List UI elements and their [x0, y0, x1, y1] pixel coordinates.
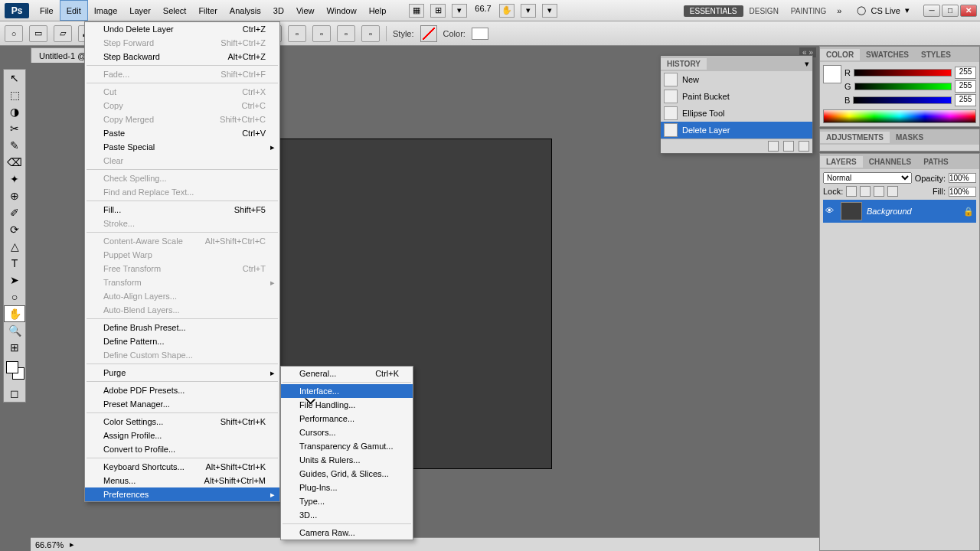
menuitem-assign-profile-[interactable]: Assign Profile... — [85, 429, 279, 442]
tool-preset-picker[interactable]: ○ — [5, 25, 23, 42]
arrange-icon[interactable]: ▾ — [521, 4, 536, 18]
tool-0[interactable]: ↖ — [4, 70, 25, 86]
menuitem-color-settings-[interactable]: Color Settings...Shift+Ctrl+K — [85, 415, 279, 429]
menuitem-define-pattern-[interactable]: Define Pattern... — [85, 334, 279, 348]
menuitem-paste[interactable]: PasteCtrl+V — [85, 126, 279, 140]
slider-b[interactable] — [853, 96, 952, 104]
tool-4[interactable]: ✎ — [4, 137, 25, 154]
pref-interface-[interactable]: Interface... — [281, 384, 413, 398]
tool-10[interactable]: △ — [4, 238, 25, 255]
history-item[interactable]: Paint Bucket — [661, 88, 812, 105]
lock-image-icon[interactable] — [860, 186, 871, 197]
tool-1[interactable]: ⬚ — [4, 86, 25, 103]
workspace-design[interactable]: DESIGN — [743, 5, 785, 17]
cslive-button[interactable]: CS Live — [871, 6, 900, 15]
screen-mode-icon[interactable]: ▾ — [542, 4, 557, 18]
tool-8[interactable]: ✐ — [4, 204, 25, 221]
layer-row[interactable]: 👁 Background 🔒 — [823, 200, 976, 223]
more-workspaces-icon[interactable]: » — [837, 6, 841, 15]
tool-3[interactable]: ✂ — [4, 120, 25, 137]
view-extras-icon[interactable]: ▾ — [452, 4, 467, 18]
maximize-button[interactable]: □ — [942, 5, 959, 17]
pref-transparency-gamut-[interactable]: Transparency & Gamut... — [281, 439, 413, 453]
paths-icon[interactable]: ▱ — [54, 25, 72, 42]
zoom-level[interactable]: 66.7 — [472, 4, 494, 18]
pref-file-handling-[interactable]: File Handling... — [281, 398, 413, 412]
tool-9[interactable]: ⟳ — [4, 221, 25, 238]
menuitem-convert-to-profile-[interactable]: Convert to Profile... — [85, 442, 279, 456]
tab-adjustments[interactable]: ADJUSTMENTS — [820, 132, 890, 143]
cslive-icon[interactable]: ◯ — [857, 5, 866, 15]
menu-filter[interactable]: Filter — [192, 0, 223, 21]
value-r[interactable]: 255 — [955, 67, 976, 79]
shape-layers-icon[interactable]: ▭ — [29, 25, 47, 42]
delete-state-icon[interactable] — [799, 141, 809, 152]
layer-name[interactable]: Background — [867, 207, 912, 216]
tab-history[interactable]: HISTORY — [661, 58, 707, 70]
tab-swatches[interactable]: SWATCHES — [860, 49, 915, 60]
pref-camera-raw-[interactable]: Camera Raw... — [281, 526, 413, 540]
menuitem-define-brush-preset-[interactable]: Define Brush Preset... — [85, 321, 279, 334]
workspace-painting[interactable]: PAINTING — [785, 5, 832, 17]
menu-3d[interactable]: 3D — [267, 0, 290, 21]
menuitem-menus-[interactable]: Menus...Alt+Shift+Ctrl+M — [85, 474, 279, 487]
value-b[interactable]: 255 — [955, 94, 976, 106]
menuitem-paste-special[interactable]: Paste Special▸ — [85, 140, 279, 154]
new-doc-from-state-icon[interactable] — [768, 141, 779, 152]
menu-select[interactable]: Select — [157, 0, 193, 21]
menu-file[interactable]: File — [34, 0, 60, 21]
tool-11[interactable]: T — [4, 255, 25, 272]
menuitem-step-backward[interactable]: Step BackwardAlt+Ctrl+Z — [85, 50, 279, 64]
tool-6[interactable]: ✦ — [4, 171, 25, 187]
history-item[interactable]: New — [661, 71, 812, 88]
menu-analysis[interactable]: Analysis — [224, 0, 267, 21]
pathop-add-icon[interactable]: ▫ — [288, 25, 306, 42]
fill-field[interactable] — [949, 187, 976, 197]
tool-5[interactable]: ⌫ — [4, 154, 25, 171]
menuitem-undo-delete-layer[interactable]: Undo Delete LayerCtrl+Z — [85, 22, 279, 36]
pref-type-[interactable]: Type... — [281, 494, 413, 508]
pref-general-[interactable]: General...Ctrl+K — [281, 367, 413, 380]
pref-cursors-[interactable]: Cursors... — [281, 425, 413, 439]
color-preview[interactable] — [823, 65, 841, 83]
slider-g[interactable] — [854, 83, 952, 90]
tool-14[interactable]: ✋ — [4, 305, 25, 322]
history-item[interactable]: Ellipse Tool — [661, 105, 812, 122]
pref-3d-[interactable]: 3D... — [281, 508, 413, 522]
tool-7[interactable]: ⊕ — [4, 187, 25, 204]
tab-styles[interactable]: STYLES — [915, 49, 957, 60]
color-swatches[interactable] — [4, 359, 25, 385]
menu-help[interactable]: Help — [363, 0, 393, 21]
style-picker[interactable] — [420, 25, 437, 42]
quickmask-icon[interactable]: ◻ — [4, 385, 25, 402]
menuitem-keyboard-shortcuts-[interactable]: Keyboard Shortcuts...Alt+Shift+Ctrl+K — [85, 460, 279, 474]
menuitem-preset-manager-[interactable]: Preset Manager... — [85, 397, 279, 411]
history-item[interactable]: Delete Layer — [661, 122, 812, 139]
pref-units-rulers-[interactable]: Units & Rulers... — [281, 453, 413, 467]
pathop-excl-icon[interactable]: ▫ — [361, 25, 380, 42]
pathop-sub-icon[interactable]: ▫ — [312, 25, 331, 42]
menu-view[interactable]: View — [290, 0, 321, 21]
minimize-button[interactable]: ─ — [923, 5, 940, 17]
mini-bridge-icon[interactable]: ⊞ — [430, 4, 446, 18]
close-button[interactable]: ✕ — [960, 5, 977, 17]
tab-paths[interactable]: PATHS — [917, 156, 954, 168]
value-g[interactable]: 255 — [955, 80, 976, 93]
tab-layers[interactable]: LAYERS — [820, 156, 863, 168]
tab-channels[interactable]: CHANNELS — [863, 156, 918, 168]
tool-15[interactable]: 🔍 — [4, 322, 25, 339]
menu-image[interactable]: Image — [88, 0, 124, 21]
pathop-int-icon[interactable]: ▫ — [337, 25, 355, 42]
blend-mode-select[interactable]: Normal — [823, 172, 912, 184]
menu-edit[interactable]: Edit — [60, 0, 88, 21]
new-snapshot-icon[interactable] — [783, 141, 794, 152]
menuitem-preferences[interactable]: Preferences▸ — [85, 487, 279, 501]
menu-window[interactable]: Window — [321, 0, 363, 21]
pref-plug-ins-[interactable]: Plug-Ins... — [281, 481, 413, 494]
visibility-icon[interactable]: 👁 — [825, 206, 836, 217]
opacity-field[interactable] — [949, 173, 976, 183]
menuitem-adobe-pdf-presets-[interactable]: Adobe PDF Presets... — [85, 383, 279, 397]
lock-transparent-icon[interactable] — [846, 186, 857, 197]
panel-menu-icon[interactable]: ▾ — [802, 59, 812, 69]
pref-performance-[interactable]: Performance... — [281, 412, 413, 425]
